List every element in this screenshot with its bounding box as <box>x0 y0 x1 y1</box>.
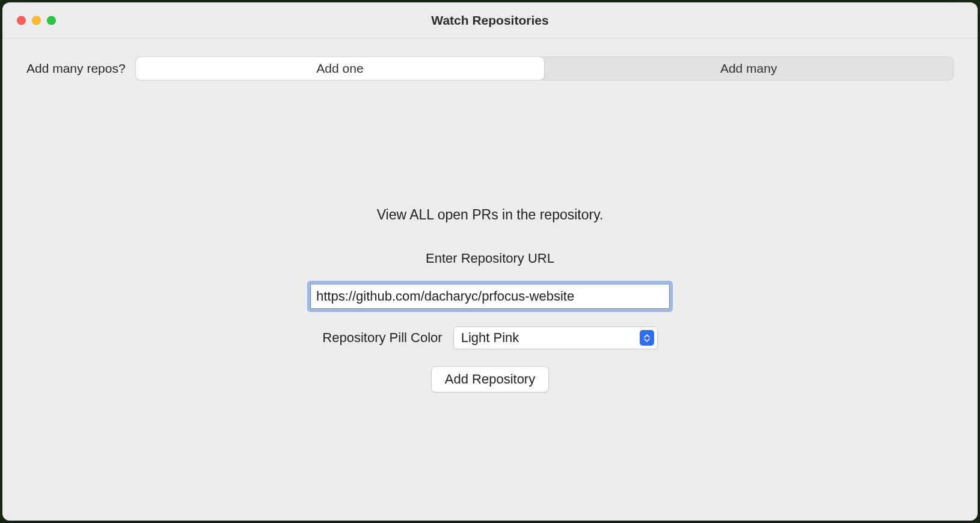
form-description: View ALL open PRs in the repository. <box>377 207 604 223</box>
close-window-button[interactable] <box>17 16 26 25</box>
traffic-lights <box>17 16 56 25</box>
pill-color-select[interactable]: Light Pink <box>453 326 658 349</box>
content-area: Add many repos? Add one Add many View AL… <box>2 38 978 521</box>
segmented-label: Add many repos? <box>26 61 126 76</box>
repository-url-input[interactable] <box>310 283 670 310</box>
add-repository-button[interactable]: Add Repository <box>431 366 549 393</box>
titlebar: Watch Repositories <box>2 2 978 38</box>
minimize-window-button[interactable] <box>32 16 41 25</box>
add-one-form: View ALL open PRs in the repository. Ent… <box>26 207 954 393</box>
fullscreen-window-button[interactable] <box>47 16 56 25</box>
segmented-control[interactable]: Add one Add many <box>135 57 954 81</box>
segmented-option-add-one[interactable]: Add one <box>136 57 545 80</box>
pill-color-label: Repository Pill Color <box>322 330 442 346</box>
pill-color-row: Repository Pill Color Light Pink <box>322 326 657 349</box>
segmented-row: Add many repos? Add one Add many <box>26 57 954 81</box>
window-title: Watch Repositories <box>2 13 978 28</box>
url-field-label: Enter Repository URL <box>426 251 554 266</box>
watch-repositories-window: Watch Repositories Add many repos? Add o… <box>2 2 978 521</box>
segmented-option-add-many[interactable]: Add many <box>544 57 953 80</box>
pill-color-value: Light Pink <box>453 326 658 349</box>
